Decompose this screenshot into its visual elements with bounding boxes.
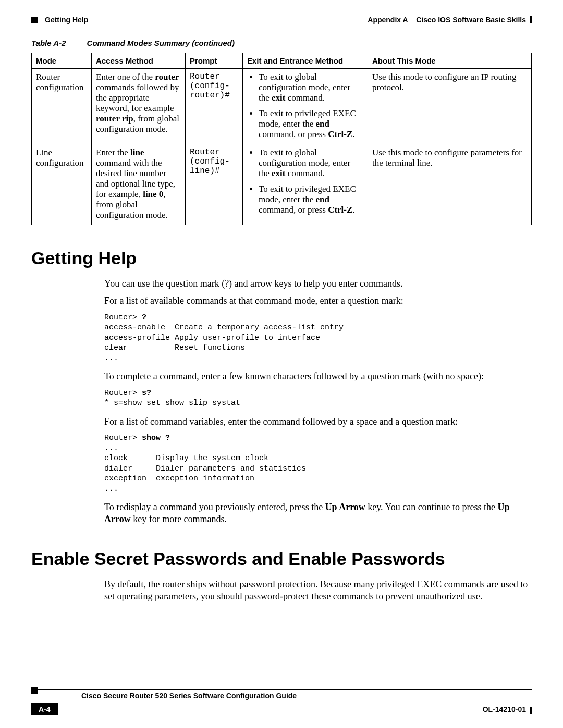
table-label: Table A-2 [31,39,66,47]
cell-access: Enter one of the router commands followe… [92,69,186,144]
header-appendix-label: Appendix A [368,16,408,24]
cell-access: Enter the line command with the desired … [92,144,186,225]
paragraph: For a list of command variables, enter t… [104,416,532,428]
header-appendix: Appendix A Cisco IOS Software Basic Skil… [368,16,532,24]
paragraph: You can use the question mark (?) and ar… [104,278,532,290]
exit-item: To exit to global configuration mode, en… [259,72,363,103]
code-block: Router> s? * s=show set show slip systat [104,388,532,409]
header-section: Getting Help [31,16,88,24]
cell-mode: Router configuration [32,69,92,144]
section-heading-getting-help: Getting Help [31,248,532,268]
cell-prompt: Router (config- line)# [186,144,243,225]
cell-about: Use this mode to configure parameters fo… [368,144,532,225]
square-bullet-icon [31,17,38,23]
table-header-row: Mode Access Method Prompt Exit and Entra… [32,53,532,69]
footer-bar-icon [530,707,532,714]
enable-passwords-body: By default, the router ships without pas… [104,578,532,603]
table-row: Router configuration Enter one of the ro… [32,69,532,144]
footer-guide-title: Cisco Secure Router 520 Series Software … [81,692,297,700]
table-row: Line configuration Enter the line comman… [32,144,532,225]
th-exit: Exit and Entrance Method [243,53,368,69]
square-bullet-icon [31,687,38,694]
th-access: Access Method [92,53,186,69]
doc-number: OL-14210-01 [483,705,532,713]
cell-exit: To exit to global configuration mode, en… [243,144,368,225]
paragraph: To redisplay a command you previously en… [104,501,532,526]
paragraph: By default, the router ships without pas… [104,578,532,603]
exit-item: To exit to privileged EXEC mode, enter t… [259,108,363,140]
header-section-title: Getting Help [45,16,88,24]
page-header: Getting Help Appendix A Cisco IOS Softwa… [31,16,532,24]
getting-help-body: You can use the question mark (?) and ar… [104,278,532,526]
page-footer: Cisco Secure Router 520 Series Software … [31,689,532,715]
header-bar-icon [530,16,532,23]
th-about: About This Mode [368,53,532,69]
page-number-box: A-4 [31,703,58,715]
section-heading-enable-passwords: Enable Secret Passwords and Enable Passw… [31,549,532,569]
cell-mode: Line configuration [32,144,92,225]
header-appendix-title: Cisco IOS Software Basic Skills [416,16,526,24]
th-prompt: Prompt [186,53,243,69]
table-caption-text: Command Modes Summary (continued) [87,39,235,47]
table-caption: Table A-2 Command Modes Summary (continu… [31,39,532,47]
code-block: Router> show ? ... clock Display the sys… [104,433,532,494]
cell-about: Use this mode to configure an IP routing… [368,69,532,144]
code-block: Router> ? access-enable Create a tempora… [104,313,532,364]
paragraph: To complete a command, enter a few known… [104,371,532,382]
exit-item: To exit to global configuration mode, en… [259,147,363,179]
cell-exit: To exit to global configuration mode, en… [243,69,368,144]
th-mode: Mode [32,53,92,69]
paragraph: For a list of available commands at that… [104,295,532,307]
cell-prompt: Router (config- router)# [186,69,243,144]
command-modes-table: Mode Access Method Prompt Exit and Entra… [31,53,532,225]
exit-item: To exit to privileged EXEC mode, enter t… [259,184,363,215]
